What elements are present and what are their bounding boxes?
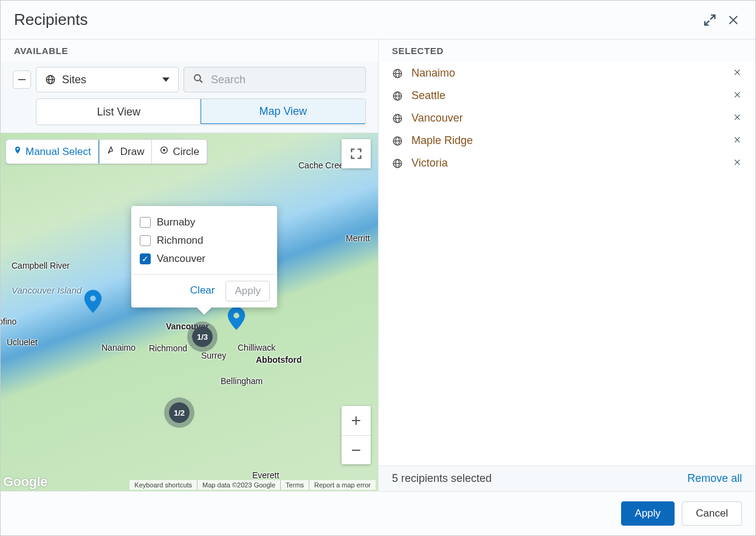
globe-icon bbox=[392, 68, 403, 79]
map-view-tab[interactable]: Map View bbox=[201, 98, 366, 124]
caret-down-icon bbox=[162, 74, 170, 86]
option-label: Richmond bbox=[157, 235, 204, 247]
label-nanaimo: Nanaimo bbox=[101, 343, 136, 352]
option-label: Burnaby bbox=[157, 216, 195, 228]
label-campbell-river: Campbell River bbox=[12, 261, 70, 270]
label-cache-creek: Cache Creek bbox=[298, 160, 348, 170]
pin-icon bbox=[13, 145, 22, 159]
popover-footer: Clear Apply bbox=[131, 274, 277, 308]
search-icon bbox=[193, 73, 204, 86]
remove-item-icon[interactable] bbox=[734, 134, 742, 147]
globe-icon bbox=[45, 74, 56, 85]
label-surrey: Surrey bbox=[201, 351, 226, 360]
search-field[interactable] bbox=[184, 67, 366, 92]
map-pin[interactable] bbox=[84, 290, 102, 315]
popover-option: Burnaby bbox=[140, 213, 269, 232]
remove-item-icon[interactable] bbox=[734, 157, 742, 170]
popover-clear-button[interactable]: Clear bbox=[188, 281, 218, 301]
globe-icon bbox=[392, 113, 403, 124]
type-dropdown-label: Sites bbox=[62, 74, 86, 86]
available-pane: AVAILABLE Sites bbox=[1, 40, 379, 491]
cancel-button[interactable]: Cancel bbox=[682, 501, 742, 526]
map-cluster[interactable]: 1/3 bbox=[187, 321, 218, 352]
selected-item-name: Nanaimo bbox=[411, 67, 725, 80]
checkbox[interactable] bbox=[140, 235, 151, 246]
modal-header: Recipients bbox=[1, 1, 755, 40]
available-heading: AVAILABLE bbox=[1, 40, 378, 62]
svg-point-5 bbox=[163, 149, 165, 151]
map-footer-link[interactable]: Report a map error bbox=[309, 480, 376, 490]
label-ucluelet: Ucluelet bbox=[7, 337, 38, 347]
map-footer-link[interactable]: Terms bbox=[281, 480, 309, 490]
available-controls: Sites bbox=[1, 62, 378, 133]
selected-pane: SELECTED Nanaimo Seattle Vancouver bbox=[379, 40, 755, 491]
checkbox[interactable] bbox=[140, 217, 151, 228]
circle-button[interactable]: Circle bbox=[151, 140, 206, 163]
zoom-out-button[interactable]: − bbox=[342, 435, 371, 464]
remove-item-icon[interactable] bbox=[734, 89, 742, 102]
search-input[interactable] bbox=[210, 73, 357, 87]
globe-icon bbox=[392, 158, 403, 169]
circle-label: Circle bbox=[173, 146, 199, 158]
svg-rect-0 bbox=[18, 79, 26, 80]
manual-select-label: Manual Select bbox=[26, 146, 91, 158]
draw-button[interactable]: Draw bbox=[99, 140, 152, 163]
map-pin[interactable] bbox=[227, 307, 246, 332]
google-logo: Google bbox=[3, 474, 47, 490]
selected-item: Maple Ridge bbox=[379, 129, 755, 152]
map-footer-links: Keyboard shortcuts Map data ©2023 Google… bbox=[129, 480, 376, 490]
svg-point-3 bbox=[194, 75, 201, 81]
selected-footer: 5 recipients selected Remove all bbox=[379, 466, 755, 491]
selected-item-name: Victoria bbox=[411, 157, 725, 170]
selected-item-name: Vancouver bbox=[411, 112, 725, 125]
close-icon[interactable] bbox=[726, 12, 742, 28]
popover-option: Richmond bbox=[140, 232, 269, 250]
popover-apply-button[interactable]: Apply bbox=[225, 281, 270, 301]
popover-body: Burnaby Richmond Vancouver bbox=[131, 206, 277, 274]
controls-row-2: List View Map View bbox=[36, 98, 366, 125]
label-abbotsford: Abbotsford bbox=[256, 355, 301, 365]
circle-icon bbox=[159, 145, 169, 158]
remove-item-icon[interactable] bbox=[734, 67, 742, 80]
map-canvas[interactable]: Cache Creek Merritt Campbell River Vanco… bbox=[1, 133, 378, 491]
remove-item-icon[interactable] bbox=[734, 112, 742, 125]
globe-icon bbox=[392, 91, 403, 101]
label-richmond: Richmond bbox=[149, 343, 187, 353]
modal-body: AVAILABLE Sites bbox=[1, 40, 755, 491]
draw-icon bbox=[107, 145, 117, 158]
map-footer-link[interactable]: Keyboard shortcuts bbox=[129, 480, 198, 490]
label-merritt: Merritt bbox=[346, 233, 370, 243]
map-fullscreen-button[interactable] bbox=[342, 139, 371, 168]
map-cluster[interactable]: 1/2 bbox=[164, 397, 194, 428]
manual-select-button[interactable]: Manual Select bbox=[5, 139, 99, 164]
apply-button[interactable]: Apply bbox=[621, 501, 675, 526]
selected-item: Nanaimo bbox=[379, 62, 755, 84]
expand-icon[interactable] bbox=[702, 12, 718, 28]
map-zoom-control: + − bbox=[342, 406, 371, 464]
minus-button[interactable] bbox=[13, 70, 31, 89]
selected-item-name: Seattle bbox=[411, 89, 725, 102]
label-ofino: ofino bbox=[1, 317, 16, 326]
map-footer-link: Map data ©2023 Google bbox=[198, 480, 281, 490]
option-label: Vancouver bbox=[157, 253, 205, 265]
checkbox[interactable] bbox=[140, 253, 151, 264]
remove-all-button[interactable]: Remove all bbox=[687, 472, 742, 485]
map-attribution: Google Keyboard shortcuts Map data ©2023… bbox=[1, 473, 378, 491]
map-select-toolbar: Manual Select Draw Circle bbox=[5, 139, 207, 164]
popover-option: Vancouver bbox=[140, 250, 269, 268]
selected-list: Nanaimo Seattle Vancouver Maple Ridge bbox=[379, 62, 755, 466]
cluster-popover: Burnaby Richmond Vancouver Clear bbox=[131, 206, 277, 308]
label-vancouver-island: Vancouver Island bbox=[12, 285, 81, 295]
selected-item: Vancouver bbox=[379, 107, 755, 129]
zoom-in-button[interactable]: + bbox=[342, 406, 371, 435]
selected-item: Seattle bbox=[379, 84, 755, 107]
modal-footer: Apply Cancel bbox=[1, 491, 755, 535]
label-bellingham: Bellingham bbox=[221, 376, 263, 386]
globe-icon bbox=[392, 136, 403, 146]
selected-item: Victoria bbox=[379, 152, 755, 174]
label-chilliwack: Chilliwack bbox=[238, 343, 275, 352]
list-view-tab[interactable]: List View bbox=[36, 99, 201, 125]
selected-summary: 5 recipients selected bbox=[392, 472, 492, 485]
type-dropdown[interactable]: Sites bbox=[36, 67, 179, 92]
recipients-modal: Recipients AVAILABLE bbox=[0, 0, 756, 536]
